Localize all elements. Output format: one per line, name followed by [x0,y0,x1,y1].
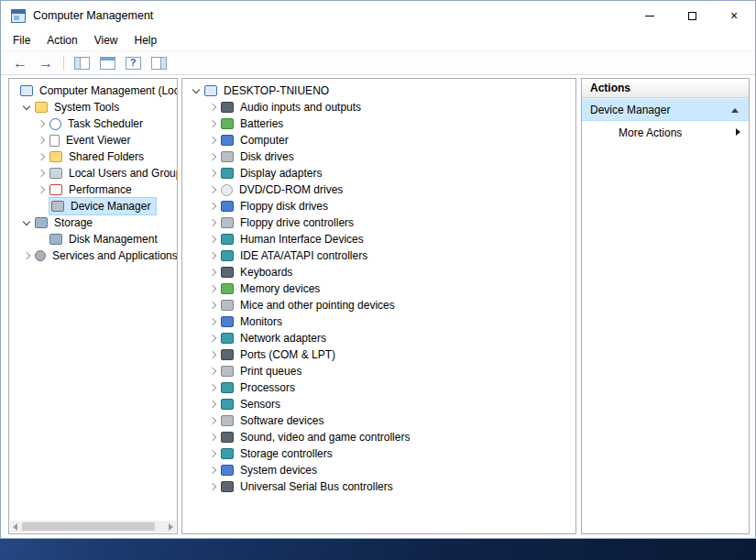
menu-action[interactable]: Action [38,31,85,49]
chevron-right-icon[interactable] [204,430,221,445]
device-category-batteries[interactable]: Batteries [182,115,575,132]
device-category-monitors[interactable]: Monitors [182,313,575,330]
services-applications-icon [35,250,46,261]
chevron-right-icon[interactable] [204,281,221,296]
forward-arrow-icon: → [38,56,53,71]
close-button[interactable]: × [713,1,755,30]
device-category-print-queues[interactable]: Print queues [182,363,575,379]
device-category-ports[interactable]: Ports (COM & LPT) [182,346,575,363]
horizontal-scrollbar[interactable] [10,521,176,533]
more-actions-label: More Actions [619,126,682,139]
chevron-right-icon[interactable] [204,479,221,494]
chevron-right-icon[interactable] [33,116,49,131]
chevron-down-icon[interactable] [188,83,204,98]
device-category-floppy-controllers[interactable]: Floppy drive controllers [182,214,575,231]
device-category-network[interactable]: Network adapters [182,330,575,346]
device-category-sensors[interactable]: Sensors [182,396,575,412]
tree-item-task-scheduler[interactable]: Task Scheduler [9,115,177,132]
tree-item-event-viewer[interactable]: Event Viewer [9,132,177,148]
forward-button[interactable]: → [34,52,58,73]
device-category-keyboards[interactable]: Keyboards [182,264,575,280]
tree-item-performance[interactable]: Performance [9,181,177,198]
chevron-right-icon[interactable] [204,364,221,379]
chevron-right-icon[interactable] [204,232,221,247]
dvd-icon [221,184,233,196]
chevron-right-icon[interactable] [204,199,221,214]
tree-item-storage[interactable]: Storage [9,214,177,231]
device-category-usb[interactable]: Universal Serial Bus controllers [182,478,575,495]
menu-help[interactable]: Help [126,31,166,49]
network-adapter-icon [221,333,234,344]
computer-management-window: Computer Management × File Action View H… [0,0,756,539]
device-category-ide[interactable]: IDE ATA/ATAPI controllers [182,247,575,264]
chevron-right-icon[interactable] [204,265,221,280]
tree-item-services-applications[interactable]: Services and Applications [9,247,177,264]
device-category-hid[interactable]: Human Interface Devices [182,231,575,247]
chevron-right-icon[interactable] [204,413,221,428]
scrollbar-thumb[interactable] [22,522,155,531]
tree-item-computer-management[interactable]: Computer Management (Local [9,82,177,99]
tree-item-device-manager[interactable]: Device Manager [9,198,177,214]
chevron-right-icon[interactable] [204,116,221,131]
device-category-display-adapters[interactable]: Display adapters [182,165,575,181]
device-category-memory[interactable]: Memory devices [182,280,575,297]
window-title: Computer Management [33,9,629,22]
device-category-software-devices[interactable]: Software devices [182,412,575,429]
chevron-down-icon[interactable] [18,100,35,115]
chevron-right-icon[interactable] [204,331,221,346]
help-button[interactable]: ? [121,52,145,73]
chevron-right-icon[interactable] [204,397,221,412]
device-category-disk-drives[interactable]: Disk drives [182,148,575,165]
back-button[interactable]: ← [8,52,32,73]
chevron-right-icon[interactable] [204,215,221,230]
chevron-right-icon[interactable] [204,314,221,329]
chevron-right-icon[interactable] [204,149,221,164]
show-action-pane-button[interactable] [147,52,170,73]
chevron-right-icon[interactable] [18,248,35,263]
chevron-right-icon[interactable] [204,347,221,362]
show-console-tree-button[interactable] [70,52,93,73]
scroll-left-arrow-icon[interactable] [13,523,17,531]
scroll-right-arrow-icon[interactable] [169,523,173,531]
device-tree: DESKTOP-TNIUENO Audio inputs and outputs… [182,79,575,495]
console-tree-pane: Computer Management (Local System Tools … [8,78,178,534]
chevron-right-icon[interactable] [204,463,221,478]
chevron-right-icon[interactable] [33,133,49,148]
device-category-audio[interactable]: Audio inputs and outputs [182,99,575,115]
chevron-right-icon[interactable] [204,133,221,148]
chevron-right-icon[interactable] [33,166,49,181]
device-category-processors[interactable]: Processors [182,379,575,396]
maximize-icon [688,12,696,20]
properties-button[interactable] [95,52,119,73]
chevron-right-icon[interactable] [204,380,221,395]
chevron-right-icon[interactable] [33,182,49,197]
menu-file[interactable]: File [5,31,38,49]
device-category-dvd[interactable]: DVD/CD-ROM drives [182,181,575,198]
actions-more-actions[interactable]: More Actions [582,121,749,144]
maximize-button[interactable] [671,1,713,30]
tree-item-shared-folders[interactable]: Shared Folders [9,148,177,165]
chevron-right-icon[interactable] [204,446,221,461]
device-category-mice[interactable]: Mice and other pointing devices [182,297,575,313]
device-category-storage-controllers[interactable]: Storage controllers [182,445,575,462]
tree-item-local-users-groups[interactable]: Local Users and Groups [9,165,177,181]
chevron-right-icon[interactable] [204,166,221,181]
device-category-computer[interactable]: Computer [182,132,575,148]
actions-device-manager[interactable]: Device Manager [582,98,749,121]
chevron-right-icon[interactable] [204,298,221,313]
tree-item-system-tools[interactable]: System Tools [9,99,177,115]
device-tree-root[interactable]: DESKTOP-TNIUENO [182,82,575,99]
device-category-sound[interactable]: Sound, video and game controllers [182,429,575,445]
shared-folders-icon [49,151,62,162]
tree-item-disk-management[interactable]: Disk Management [9,231,177,247]
chevron-right-icon[interactable] [204,100,221,115]
chevron-right-icon[interactable] [204,248,221,263]
chevron-down-icon[interactable] [18,215,35,230]
collapse-up-icon[interactable] [731,108,739,113]
device-category-system-devices[interactable]: System devices [182,462,575,478]
menu-view[interactable]: View [86,31,126,49]
chevron-right-icon[interactable] [33,149,49,164]
device-category-floppy-disk[interactable]: Floppy disk drives [182,198,575,214]
chevron-right-icon[interactable] [204,182,221,197]
minimize-button[interactable] [629,1,671,30]
